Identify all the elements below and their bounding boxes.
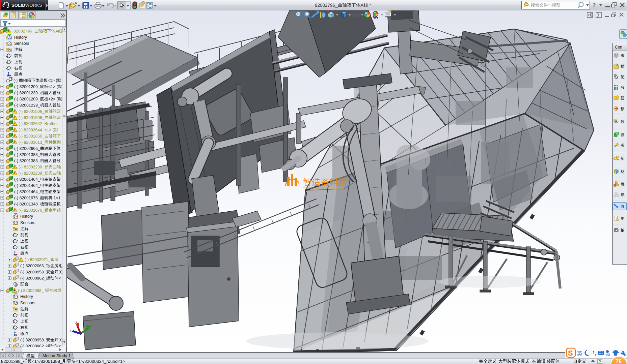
svg-text:A: A bbox=[15, 227, 17, 231]
svg-text:History: History bbox=[20, 214, 33, 219]
svg-text:Y: Y bbox=[89, 324, 92, 329]
svg-text:History: History bbox=[20, 294, 33, 299]
svg-text:WWW.ZHIZAOZILIAOWANG.COM: WWW.ZHIZAOZILIAOWANG.COM bbox=[303, 187, 344, 189]
svg-text:Sensors: Sensors bbox=[20, 301, 35, 305]
svg-text:25: 25 bbox=[607, 354, 610, 356]
svg-text:Sensors: Sensors bbox=[14, 41, 29, 46]
svg-text:SOLIDWORKS: SOLIDWORKS bbox=[11, 3, 42, 8]
svg-text:In: In bbox=[621, 204, 624, 209]
svg-text:Motion Study 1: Motion Study 1 bbox=[43, 354, 71, 358]
svg-text:A: A bbox=[8, 48, 11, 52]
svg-text:76: 76 bbox=[616, 359, 622, 364]
svg-text:History: History bbox=[14, 35, 27, 40]
svg-text:Sensors: Sensors bbox=[20, 220, 35, 225]
svg-text:A: A bbox=[15, 307, 17, 311]
svg-text:S: S bbox=[568, 349, 573, 357]
svg-text:?: ? bbox=[593, 2, 596, 9]
svg-text:Z: Z bbox=[69, 328, 72, 333]
svg-text:Con: Con bbox=[615, 45, 622, 50]
svg-text:?: ? bbox=[599, 360, 601, 364]
svg-text:X: X bbox=[75, 320, 78, 325]
svg-text:(-) 82002642_Brother: (-) 82002642_Brother bbox=[19, 121, 58, 126]
